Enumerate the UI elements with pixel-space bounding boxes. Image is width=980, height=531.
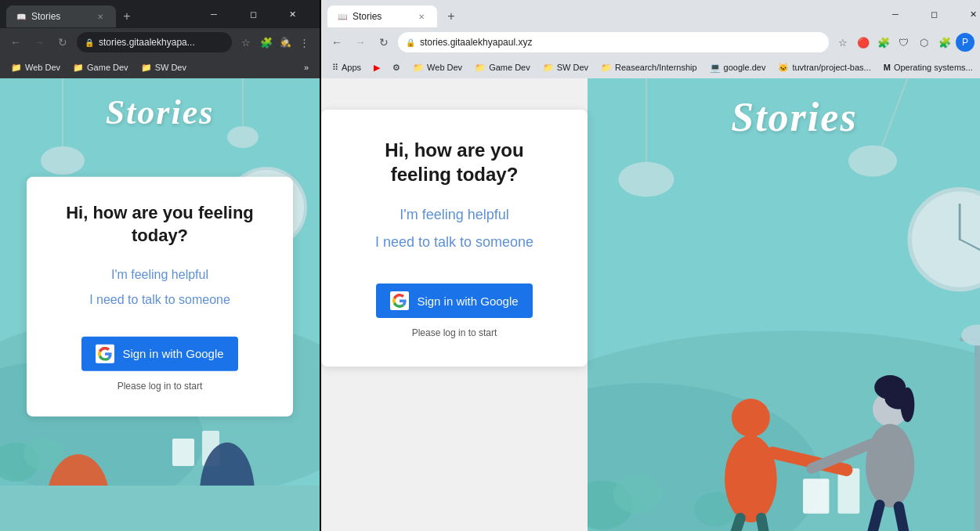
svg-point-33 bbox=[732, 399, 770, 437]
bookmark-swdev-normal[interactable]: 📁 SW Dev bbox=[538, 61, 593, 74]
normal-window-controls: ─ ◻ ✕ bbox=[877, 3, 980, 25]
bookmark-github[interactable]: 🐱 tuvtran/project-bas... bbox=[773, 61, 875, 74]
bookmark-gamedev-incognito[interactable]: 📁 Game Dev bbox=[68, 61, 133, 74]
folder-icon-gamedev-incognito: 📁 bbox=[73, 63, 84, 73]
menu-btn-incognito[interactable]: ⋮ bbox=[295, 33, 313, 52]
google-signin-btn-incognito[interactable]: Sign in with Google bbox=[81, 336, 237, 370]
incognito-browser-window: 📖 Stories ✕ + ─ ◻ ✕ ← → ↻ 🔒 stories.gita… bbox=[0, 0, 320, 531]
bookmark-label-os: Operating systems... bbox=[894, 63, 973, 72]
forward-btn-normal[interactable]: → bbox=[351, 33, 370, 52]
normal-tab-close[interactable]: ✕ bbox=[415, 10, 428, 23]
back-btn-incognito[interactable]: ← bbox=[6, 33, 25, 52]
incognito-tab[interactable]: 📖 Stories ✕ bbox=[6, 5, 116, 27]
normal-page-content: Hi, how are you feeling today? I'm feeli… bbox=[321, 78, 980, 531]
google-signin-btn-normal[interactable]: Sign in with Google bbox=[376, 284, 532, 318]
svg-point-6 bbox=[227, 126, 259, 148]
normal-addr-actions: ☆ 🔴 🧩 🛡 ⬡ 🧩 P ⋮ bbox=[834, 33, 980, 52]
stories-title-normal: Stories bbox=[731, 94, 857, 140]
svg-point-29 bbox=[613, 475, 662, 514]
youtube-icon: ▶ bbox=[374, 63, 380, 73]
normal-tab[interactable]: 📖 Stories ✕ bbox=[327, 5, 437, 27]
incognito-url-text: stories.gitaalekhyapa... bbox=[99, 37, 195, 48]
chrome-ext-icon3[interactable]: 🛡 bbox=[895, 33, 913, 52]
bookmark-label-webdev-normal: Web Dev bbox=[427, 63, 462, 72]
browsers-container: 📖 Stories ✕ + ─ ◻ ✕ ← → ↻ 🔒 stories.gita… bbox=[0, 0, 980, 531]
normal-left-section: Hi, how are you feeling today? I'm feeli… bbox=[321, 78, 588, 531]
bookmark-research[interactable]: 📁 Reasearch/Internship bbox=[596, 61, 702, 74]
feeling-talk-incognito[interactable]: I need to talk to someone bbox=[83, 291, 237, 308]
chrome-ext-icon4[interactable]: ⬡ bbox=[915, 33, 934, 52]
close-btn-incognito[interactable]: ✕ bbox=[274, 3, 310, 25]
bookmark-label-swdev-normal: SW Dev bbox=[557, 63, 588, 72]
incognito-addr-actions: ☆ 🧩 🕵 ⋮ bbox=[237, 33, 313, 52]
extension-icon-incognito[interactable]: 🧩 bbox=[257, 33, 276, 52]
incognito-window-controls: ─ ◻ ✕ bbox=[196, 3, 313, 25]
normal-url-text: stories.gitaalekhyapaul.xyz bbox=[420, 37, 532, 48]
incognito-url-bar[interactable]: 🔒 stories.gitaalekhyapa... bbox=[77, 32, 232, 52]
incognito-new-tab[interactable]: + bbox=[116, 5, 138, 27]
bookmark-os[interactable]: M Operating systems... bbox=[879, 61, 978, 74]
reload-btn-normal[interactable]: ↻ bbox=[374, 33, 393, 52]
bookmark-label-swdev-incognito: SW Dev bbox=[155, 63, 186, 72]
settings-icon: ⚙ bbox=[392, 63, 400, 73]
stories-title-incognito: Stories bbox=[106, 92, 215, 132]
feeling-helpful-incognito[interactable]: I'm feeling helpful bbox=[105, 266, 215, 283]
minimize-btn-incognito[interactable]: ─ bbox=[196, 3, 232, 25]
incognito-address-bar-area: ← → ↻ 🔒 stories.gitaalekhyapa... ☆ 🧩 🕵 ⋮ bbox=[0, 28, 320, 56]
incognito-tab-close[interactable]: ✕ bbox=[94, 10, 107, 23]
signin-section-normal: Sign in with Google Please log in to sta… bbox=[356, 268, 553, 338]
normal-right-section: Stories bbox=[588, 78, 980, 531]
profile-avatar-normal[interactable]: P bbox=[956, 33, 975, 52]
bookmark-settings[interactable]: ⚙ bbox=[388, 61, 405, 74]
bookmark-webdev-incognito[interactable]: 📁 Web Dev bbox=[6, 61, 65, 74]
bookmark-swdev-incognito[interactable]: 📁 SW Dev bbox=[136, 61, 191, 74]
svg-point-23 bbox=[848, 146, 897, 177]
svg-point-40 bbox=[874, 375, 906, 399]
forward-btn-incognito[interactable]: → bbox=[30, 33, 49, 52]
chrome-ext-icon2[interactable]: 🧩 bbox=[874, 33, 893, 52]
chrome-ext-icon1[interactable]: 🔴 bbox=[854, 33, 873, 52]
reload-btn-incognito[interactable]: ↻ bbox=[53, 33, 72, 52]
menu-btn-normal[interactable]: ⋮ bbox=[976, 33, 980, 52]
restore-btn-normal[interactable]: ◻ bbox=[917, 3, 953, 25]
normal-browser-window: 📖 Stories ✕ + ─ ◻ ✕ ← → ↻ 🔒 stories.gita… bbox=[321, 0, 980, 531]
normal-new-tab[interactable]: + bbox=[440, 5, 462, 27]
minimize-btn-normal[interactable]: ─ bbox=[877, 3, 913, 25]
google-logo-normal bbox=[392, 294, 407, 308]
close-btn-normal[interactable]: ✕ bbox=[956, 3, 980, 25]
incognito-bookmarks-bar: 📁 Web Dev 📁 Game Dev 📁 SW Dev » bbox=[0, 56, 320, 78]
normal-url-bar[interactable]: 🔒 stories.gitaalekhyapaul.xyz bbox=[398, 32, 829, 52]
normal-tab-label: Stories bbox=[353, 11, 410, 22]
feeling-helpful-normal[interactable]: I'm feeling helpful bbox=[393, 205, 515, 225]
bookmark-webdev-normal[interactable]: 📁 Web Dev bbox=[408, 61, 467, 74]
tab-favicon-normal: 📖 bbox=[337, 11, 348, 22]
bookmark-youtube[interactable]: ▶ bbox=[369, 61, 385, 74]
normal-address-bar-area: ← → ↻ 🔒 stories.gitaalekhyapaul.xyz ☆ 🔴 … bbox=[321, 28, 980, 56]
bookmarks-more-incognito[interactable]: » bbox=[299, 61, 313, 74]
star-icon-normal[interactable]: ☆ bbox=[834, 33, 852, 52]
restore-btn-incognito[interactable]: ◻ bbox=[235, 3, 271, 25]
login-question-normal: Hi, how are you feeling today? bbox=[356, 138, 553, 186]
please-log-incognito: Please log in to start bbox=[55, 380, 265, 391]
folder-icon-webdev-normal: 📁 bbox=[413, 63, 424, 73]
svg-point-4 bbox=[41, 146, 85, 175]
bookmark-label-gamedev-normal: Game Dev bbox=[489, 63, 530, 72]
login-card-normal: Hi, how are you feeling today? I'm feeli… bbox=[321, 110, 588, 367]
google-signin-label-incognito: Sign in with Google bbox=[122, 347, 223, 360]
bookmark-gamedev-normal[interactable]: 📁 Game Dev bbox=[470, 61, 535, 74]
star-icon-incognito[interactable]: ☆ bbox=[237, 33, 255, 52]
bookmark-googledev[interactable]: 💻 google.dev bbox=[705, 61, 771, 74]
svg-rect-13 bbox=[172, 439, 194, 466]
tab-favicon-incognito: 📖 bbox=[16, 11, 27, 22]
feeling-talk-normal[interactable]: I need to talk to someone bbox=[369, 233, 540, 252]
chrome-ext-icon5[interactable]: 🧩 bbox=[935, 33, 954, 52]
incognito-page-content: Stories Hi, how are you feeling today? I… bbox=[0, 78, 320, 531]
apps-label: Apps bbox=[342, 63, 361, 72]
back-btn-normal[interactable]: ← bbox=[327, 33, 346, 52]
bookmark-apps[interactable]: ⠿ Apps bbox=[327, 61, 366, 74]
incognito-tab-label: Stories bbox=[31, 11, 89, 22]
apps-icon: ⠿ bbox=[332, 63, 338, 73]
login-card-incognito: Hi, how are you feeling today? I'm feeli… bbox=[27, 177, 293, 416]
github-icon: 🐱 bbox=[778, 63, 789, 73]
normal-title-bar: 📖 Stories ✕ + ─ ◻ ✕ bbox=[321, 0, 980, 28]
